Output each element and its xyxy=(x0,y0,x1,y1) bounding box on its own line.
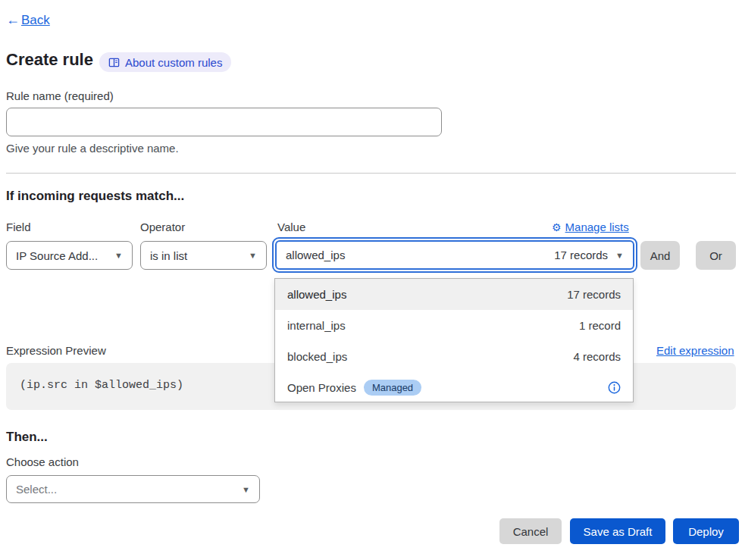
operator-select[interactable]: is in list ▼ xyxy=(140,241,267,270)
match-section-title: If incoming requests match... xyxy=(6,189,184,204)
action-select[interactable]: Select... ▼ xyxy=(6,475,260,503)
manage-lists-label[interactable]: Manage lists xyxy=(565,221,629,233)
value-select-selected: allowed_ips xyxy=(286,249,345,261)
chevron-down-icon: ▼ xyxy=(249,251,257,260)
chevron-down-icon: ▼ xyxy=(114,251,123,260)
about-custom-rules-badge[interactable]: About custom rules xyxy=(99,52,231,72)
then-section-title: Then... xyxy=(6,430,48,445)
rule-name-input[interactable] xyxy=(6,108,442,136)
list-option-open-proxies[interactable]: Open Proxies Managed xyxy=(275,372,633,403)
list-option-allowed-ips[interactable]: allowed_ips 17 records xyxy=(275,279,633,310)
save-as-draft-button[interactable]: Save as Draft xyxy=(570,518,665,544)
expression-code: (ip.src in $allowed_ips) xyxy=(20,379,183,392)
info-icon[interactable] xyxy=(608,381,621,394)
field-label: Field xyxy=(6,221,31,233)
and-button[interactable]: And xyxy=(640,241,680,270)
gear-icon: ⚙ xyxy=(552,221,562,233)
value-label: Value xyxy=(277,221,305,233)
list-option-name: Open Proxies xyxy=(287,381,356,394)
back-link[interactable]: ← Back xyxy=(6,12,50,28)
field-select-value: IP Source Add... xyxy=(16,249,98,262)
list-option-name: blocked_ips xyxy=(287,350,347,363)
value-select[interactable]: allowed_ips 17 records ▼ xyxy=(272,237,637,273)
rule-name-label: Rule name (required) xyxy=(6,89,114,102)
edit-expression-link[interactable]: Edit expression xyxy=(656,344,734,357)
value-select-record-count: 17 records xyxy=(554,249,608,261)
operator-select-value: is in list xyxy=(150,249,187,262)
list-option-name: internal_ips xyxy=(287,319,346,332)
list-option-record-count: 4 records xyxy=(573,350,621,363)
about-badge-label: About custom rules xyxy=(125,56,222,69)
list-option-record-count: 1 record xyxy=(579,319,621,332)
back-arrow-icon: ← xyxy=(6,12,20,28)
managed-badge: Managed xyxy=(364,380,421,396)
choose-action-label: Choose action xyxy=(6,455,79,468)
back-link-label[interactable]: Back xyxy=(21,13,50,28)
or-button[interactable]: Or xyxy=(696,241,736,270)
action-select-placeholder: Select... xyxy=(16,483,57,496)
page-title: Create rule xyxy=(6,50,93,70)
list-option-record-count: 17 records xyxy=(567,288,621,301)
list-option-internal-ips[interactable]: internal_ips 1 record xyxy=(275,310,633,341)
chevron-down-icon: ▼ xyxy=(242,485,250,494)
field-select[interactable]: IP Source Add... ▼ xyxy=(6,241,133,270)
book-icon xyxy=(108,57,120,68)
list-option-blocked-ips[interactable]: blocked_ips 4 records xyxy=(275,341,633,372)
cancel-button[interactable]: Cancel xyxy=(499,518,562,544)
chevron-down-icon: ▼ xyxy=(615,251,624,260)
create-rule-page: ← Back Create rule About custom rules Ru… xyxy=(0,0,742,560)
operator-label: Operator xyxy=(140,221,185,233)
expression-preview-label: Expression Preview xyxy=(6,344,106,357)
manage-lists-link[interactable]: ⚙ Manage lists xyxy=(552,221,629,233)
deploy-button[interactable]: Deploy xyxy=(673,518,739,544)
section-divider xyxy=(6,173,736,174)
list-dropdown-menu: allowed_ips 17 records internal_ips 1 re… xyxy=(274,278,634,402)
list-option-name: allowed_ips xyxy=(287,288,346,301)
rule-name-help-text: Give your rule a descriptive name. xyxy=(6,142,179,155)
